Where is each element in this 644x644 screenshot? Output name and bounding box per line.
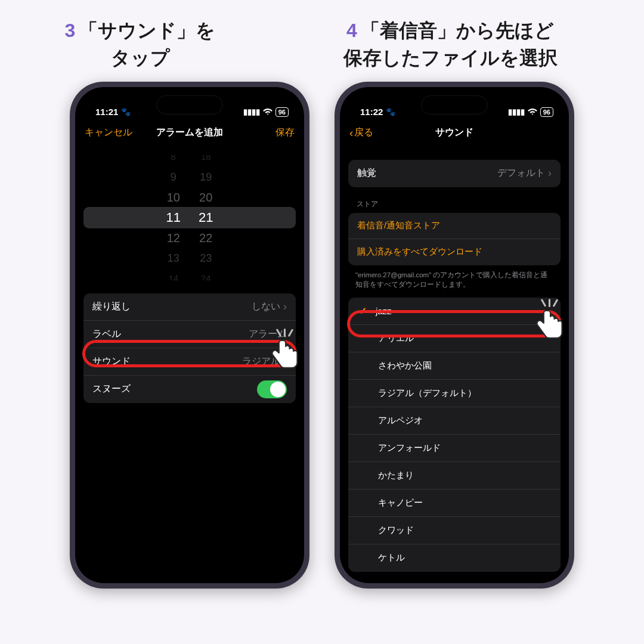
tap-indicator-icon (270, 332, 308, 370)
phone-mockup-left: 11:21 🐾 ▮▮▮▮ 96 キャンセル アラームを追加 保存 (70, 82, 309, 589)
store-group: 着信音/通知音ストア 購入済みをすべてダウンロード (348, 213, 561, 265)
sound-item[interactable]: アルペジオ (348, 407, 561, 435)
phone-mockup-right: 11:22 🐾 ▮▮▮▮ 96 ‹戻る サウンド (335, 82, 574, 589)
sound-item[interactable]: アンフォールド (348, 435, 561, 462)
instruction-captions: 3「サウンド」を タップ 4「着信音」から先ほど 保存したファイルを選択 (0, 0, 644, 78)
snooze-row[interactable]: スヌーズ (83, 376, 296, 403)
hour-column[interactable]: 8 9 10 11 12 13 14 (166, 155, 181, 280)
sound-item[interactable]: ケトル (348, 544, 561, 572)
signal-icon: ▮▮▮▮ (508, 107, 525, 116)
nav-header: キャンセル アラームを追加 保存 (75, 119, 304, 147)
chevron-left-icon: ‹ (349, 127, 353, 138)
sound-row[interactable]: サウンド ラジアル› (83, 348, 296, 376)
chevron-right-icon: › (283, 301, 287, 313)
battery-indicator: 96 (540, 107, 553, 117)
section-label-store: ストア (340, 187, 569, 213)
step-number-3: 3 (65, 20, 76, 41)
status-time: 11:22 (360, 107, 383, 117)
haptic-label: 触覚 (357, 167, 376, 179)
sound-item[interactable]: キャノピー (348, 490, 561, 517)
tone-store-row[interactable]: 着信音/通知音ストア (348, 213, 561, 239)
status-time: 11:21 (95, 107, 118, 117)
alarm-settings-group: 繰り返し しない› ラベル アラーム サウンド ラジアル› スヌーズ (83, 293, 296, 403)
tap-indicator-icon (534, 302, 572, 340)
sound-item-jazz[interactable]: ✓jazz (348, 298, 561, 325)
paw-icon: 🐾 (386, 107, 395, 116)
battery-indicator: 96 (275, 107, 289, 117)
cancel-button[interactable]: キャンセル (85, 126, 132, 139)
back-button[interactable]: ‹戻る (349, 126, 373, 139)
caption-step-4: 4「着信音」から先ほど 保存したファイルを選択 (283, 17, 617, 72)
repeat-label: 繰り返し (92, 301, 131, 313)
wifi-icon (528, 107, 537, 116)
paw-icon: 🐾 (121, 107, 131, 116)
snooze-label: スヌーズ (92, 383, 131, 395)
save-button[interactable]: 保存 (275, 126, 295, 139)
chevron-right-icon: › (548, 167, 552, 179)
page-title: サウンド (340, 126, 569, 139)
sound-item[interactable]: クワッド (348, 517, 561, 544)
sound-item[interactable]: ラジアル（デフォルト） (348, 380, 561, 407)
wifi-icon (263, 107, 273, 116)
ringtone-list: ✓jazz アリエル さわやか公園 ラジアル（デフォルト） アルペジオ アンフォ… (348, 298, 561, 572)
caption-step-3: 3「サウンド」を タップ (27, 17, 253, 72)
label-row[interactable]: ラベル アラーム (83, 321, 296, 348)
haptic-row[interactable]: 触覚 デフォルト› (348, 160, 561, 187)
sound-item[interactable]: アリエル (348, 325, 561, 352)
store-footer-note: "erimero.27@gmail.com" のアカウントで購入した着信音と通知… (340, 265, 569, 289)
dynamic-island (156, 95, 223, 114)
download-purchased-row[interactable]: 購入済みをすべてダウンロード (348, 239, 561, 265)
minute-column[interactable]: 18 19 20 21 22 23 24 (199, 155, 213, 280)
dynamic-island (421, 95, 488, 114)
time-picker[interactable]: 8 9 10 11 12 13 14 18 19 20 21 (75, 155, 304, 280)
nav-header: ‹戻る サウンド (340, 119, 569, 147)
sound-item[interactable]: さわやか公園 (348, 352, 561, 380)
sound-label: サウンド (92, 355, 131, 368)
haptic-group: 触覚 デフォルト› (348, 160, 561, 187)
signal-icon: ▮▮▮▮ (243, 107, 260, 116)
checkmark-icon: ✓ (359, 305, 367, 317)
repeat-row[interactable]: 繰り返し しない› (83, 293, 296, 321)
snooze-toggle[interactable] (257, 380, 287, 398)
sound-item[interactable]: かたまり (348, 462, 561, 490)
step-number-4: 4 (346, 20, 357, 41)
label-label: ラベル (92, 328, 121, 340)
